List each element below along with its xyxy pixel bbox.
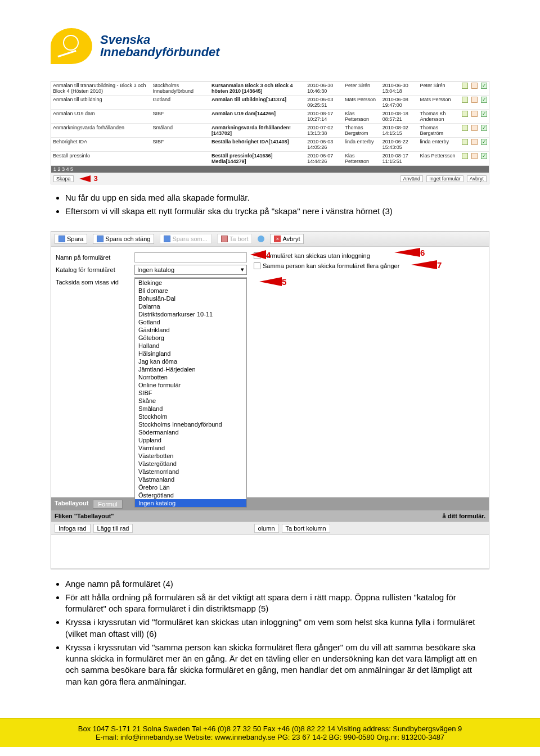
form-folder-select[interactable]: Ingen katalog▾ bbox=[134, 265, 247, 275]
table-cell: Anmälan U19 dam[144266] bbox=[210, 110, 305, 124]
dropdown-option[interactable]: Ingen katalog bbox=[135, 499, 246, 507]
table-row[interactable]: Anmärkningsvärda förhållandenSmålandAnmä… bbox=[51, 124, 489, 138]
delete-icon[interactable] bbox=[471, 83, 478, 89]
dropdown-option[interactable]: Gotland bbox=[135, 318, 246, 326]
delete-icon[interactable] bbox=[471, 153, 478, 159]
dropdown-option[interactable]: Blekinge bbox=[135, 279, 246, 287]
folder-dropdown[interactable]: BlekingeBli domareBohuslän-DalDalarnaDis… bbox=[134, 278, 247, 508]
editor-toolbar: Spara Spara och stäng Spara som... Ta bo… bbox=[51, 232, 489, 247]
check-icon[interactable]: ✓ bbox=[481, 139, 487, 145]
edit-icon[interactable] bbox=[462, 153, 468, 159]
layout-grid[interactable] bbox=[51, 535, 489, 569]
dropdown-option[interactable]: Småland bbox=[135, 405, 246, 413]
check-icon[interactable]: ✓ bbox=[481, 97, 487, 103]
table-cell: Anmälan till utbildning[141374] bbox=[210, 96, 305, 110]
callout-5: 5 bbox=[259, 277, 286, 287]
tab-formul[interactable]: Formul bbox=[93, 500, 122, 509]
table-cell: linda enterby bbox=[343, 138, 381, 152]
table-cell: Peter Sirén bbox=[343, 82, 381, 96]
use-button[interactable]: Använd bbox=[400, 175, 424, 182]
callout-7: 7 bbox=[411, 260, 442, 270]
table-cell: Beställa behörighet IDA[141408] bbox=[210, 138, 305, 152]
remove-column-button[interactable]: Ta bort kolumn bbox=[282, 524, 330, 533]
table-cell: 2010-08-02 14:15:15 bbox=[381, 124, 418, 138]
dropdown-option[interactable]: Norrbotten bbox=[135, 373, 246, 381]
dropdown-option[interactable]: Skåne bbox=[135, 397, 246, 405]
edit-icon[interactable] bbox=[462, 125, 468, 131]
check-icon[interactable]: ✓ bbox=[481, 111, 487, 117]
table-row[interactable]: Anmälan till utbildningGotlandAnmälan ti… bbox=[51, 96, 489, 110]
save-button[interactable]: Spara bbox=[55, 234, 87, 244]
dropdown-option[interactable]: Gästrikland bbox=[135, 326, 246, 334]
dropdown-option[interactable]: Uppland bbox=[135, 436, 246, 444]
form-name-input[interactable] bbox=[134, 252, 247, 262]
dropdown-option[interactable]: Göteborg bbox=[135, 334, 246, 342]
table-row[interactable]: Beställ pressinfoBeställ pressinfo[14163… bbox=[51, 152, 489, 166]
tab-subline: å ditt formulär. bbox=[443, 513, 485, 519]
multi-submit-checkbox[interactable] bbox=[254, 262, 260, 269]
table-row[interactable]: Anmälan till tränarutbildning - Block 3 … bbox=[51, 82, 489, 96]
table-cell: 2010-06-22 15:43:05 bbox=[381, 138, 418, 152]
callout-6: 6 bbox=[394, 248, 425, 257]
delete-icon[interactable] bbox=[471, 125, 478, 131]
dropdown-option[interactable]: Halland bbox=[135, 342, 246, 350]
form-name-label: Namn på formuläret bbox=[56, 254, 134, 261]
dropdown-option[interactable]: Stockholms Innebandyförbund bbox=[135, 420, 246, 428]
table-cell: Thomas Bergström bbox=[418, 124, 460, 138]
dropdown-option[interactable]: Stockholm bbox=[135, 413, 246, 420]
dropdown-option[interactable]: SIBF bbox=[135, 389, 246, 397]
delete-icon[interactable] bbox=[471, 97, 478, 103]
cancel-list-button[interactable]: Avbryt bbox=[467, 175, 487, 182]
dropdown-option[interactable]: Västernorrland bbox=[135, 468, 246, 476]
create-button[interactable]: Skapa bbox=[53, 175, 74, 182]
edit-icon[interactable] bbox=[462, 111, 468, 117]
pager[interactable]: 1 2 3 4 5 bbox=[51, 166, 489, 173]
instruction-item: För att hålla ordning på formulären så ä… bbox=[65, 592, 489, 615]
table-row[interactable]: Anmälan U19 damSIBFAnmälan U19 dam[14426… bbox=[51, 110, 489, 124]
table-cell: SIBF bbox=[151, 138, 210, 152]
save-icon bbox=[164, 236, 170, 242]
table-row[interactable]: Behörighet IDASIBFBeställa behörighet ID… bbox=[51, 138, 489, 152]
dropdown-option[interactable]: Distriktsdomarkurser 10-11 bbox=[135, 310, 246, 318]
dropdown-option[interactable]: Jag kan döma bbox=[135, 357, 246, 365]
dropdown-option[interactable]: Västerbotten bbox=[135, 452, 246, 460]
dropdown-option[interactable]: Online formulär bbox=[135, 381, 246, 389]
multi-submit-checkbox-label: Samma person kan skicka formuläret flera… bbox=[263, 262, 399, 269]
dropdown-option[interactable]: Örebro Län bbox=[135, 483, 246, 491]
edit-icon[interactable] bbox=[462, 139, 468, 145]
dropdown-option[interactable]: Bli domare bbox=[135, 287, 246, 295]
dropdown-option[interactable]: Värmland bbox=[135, 444, 246, 452]
column-button[interactable]: olumn bbox=[254, 524, 279, 533]
table-cell: Anmälan U19 dam bbox=[51, 110, 151, 124]
edit-icon[interactable] bbox=[462, 83, 468, 89]
check-icon[interactable]: ✓ bbox=[481, 153, 487, 159]
table-cell: 2010-08-18 08:57:21 bbox=[381, 110, 418, 124]
dropdown-option[interactable]: Västmanland bbox=[135, 476, 246, 483]
logo-mark bbox=[51, 28, 92, 64]
cancel-button[interactable]: ×Avbryt bbox=[270, 234, 304, 244]
delete-button[interactable]: Ta bort bbox=[217, 234, 253, 244]
insert-row-button[interactable]: Infoga rad bbox=[55, 524, 91, 533]
help-icon[interactable] bbox=[258, 236, 264, 242]
tab-label: Tabellayout bbox=[55, 500, 88, 509]
add-row-button[interactable]: Lägg till rad bbox=[93, 524, 133, 533]
dropdown-option[interactable]: Dalarna bbox=[135, 302, 246, 310]
no-form-button[interactable]: Inget formulär bbox=[426, 175, 464, 182]
form-editor-screenshot: Spara Spara och stäng Spara som... Ta bo… bbox=[51, 231, 489, 569]
delete-icon[interactable] bbox=[471, 111, 478, 117]
save-close-button[interactable]: Spara och stäng bbox=[93, 234, 154, 244]
edit-icon[interactable] bbox=[462, 97, 468, 103]
dropdown-option[interactable]: Östergötland bbox=[135, 491, 246, 499]
save-as-button[interactable]: Spara som... bbox=[160, 234, 211, 244]
check-icon[interactable]: ✓ bbox=[481, 83, 487, 89]
dropdown-option[interactable]: Södermanland bbox=[135, 428, 246, 436]
table-cell: Klas Pettersson bbox=[418, 152, 460, 166]
dropdown-option[interactable]: Hälsingland bbox=[135, 350, 246, 357]
dropdown-option[interactable]: Jämtland-Härjedalen bbox=[135, 365, 246, 373]
no-login-checkbox-label: Formuläret kan skickas utan inloggning bbox=[263, 252, 370, 259]
dropdown-option[interactable]: Västergötland bbox=[135, 460, 246, 468]
table-cell: linda enterby bbox=[418, 138, 460, 152]
check-icon[interactable]: ✓ bbox=[481, 125, 487, 131]
delete-icon[interactable] bbox=[471, 139, 478, 145]
dropdown-option[interactable]: Bohuslän-Dal bbox=[135, 295, 246, 302]
